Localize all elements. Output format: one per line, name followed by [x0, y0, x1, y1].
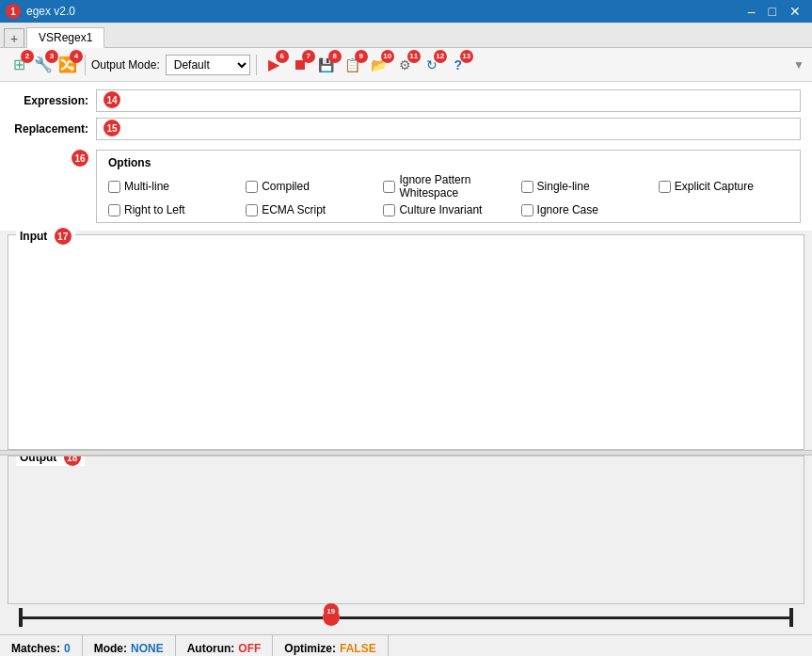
label-ignore-pattern-ws: Ignore Pattern Whitespace [399, 173, 513, 200]
input-textarea[interactable] [8, 235, 804, 449]
mode-value: NONE [131, 642, 164, 655]
replacement-row: Replacement: 15 [11, 118, 801, 140]
checkbox-culture-invariant[interactable] [383, 204, 395, 216]
expression-input[interactable] [96, 89, 801, 112]
checkbox-multiline[interactable] [108, 181, 120, 193]
toolbar-separator-2 [256, 55, 257, 75]
optimize-value: FALSE [340, 642, 376, 655]
checkbox-compiled[interactable] [246, 181, 258, 193]
matches-value: 0 [64, 642, 71, 655]
slider-right-cap [789, 608, 793, 627]
option-compiled: Compiled [246, 173, 375, 200]
input-panel: Input 17 [0, 231, 812, 450]
output-panel: Output 18 19 [0, 456, 812, 634]
output-legend: Output 18 [16, 456, 85, 466]
status-matches: Matches: 0 [8, 635, 83, 656]
checkbox-right-to-left[interactable] [108, 204, 120, 216]
options-title: Options [108, 156, 788, 169]
help-button[interactable]: ? 13 [447, 54, 470, 76]
mode-label: Mode: [94, 642, 127, 655]
output-mode-label: Output Mode: [91, 58, 160, 72]
badge-17: 17 [55, 228, 72, 245]
badge-15: 15 [103, 120, 120, 136]
slider-thumb[interactable]: 19 [323, 609, 340, 626]
label-ecma-script: ECMA Script [262, 203, 326, 216]
output-section-box: Output 18 [8, 456, 804, 604]
tab-label: VSRegex1 [39, 31, 92, 44]
content-area: Expression: 14 Replacement: 15 16 Option… [0, 82, 812, 634]
label-culture-invariant: Culture Invariant [399, 203, 482, 216]
toolbar-icon-btn-3[interactable]: 🔧 3 [32, 54, 55, 76]
badge-18: 18 [64, 456, 81, 466]
restore-button[interactable]: □ [763, 1, 782, 22]
save-button[interactable]: 💾 8 [315, 54, 338, 76]
toolbar-icon-btn-4[interactable]: 🔀 4 [56, 54, 79, 76]
title-bar: 1 egex v2.0 – □ ✕ [0, 0, 812, 23]
matches-label: Matches: [11, 642, 60, 655]
play-button[interactable]: ▶ 6 [263, 54, 285, 76]
option-ignore-pattern-ws: Ignore Pattern Whitespace [383, 173, 513, 200]
option-culture-invariant: Culture Invariant [383, 203, 513, 216]
minimize-button[interactable]: – [742, 1, 761, 22]
toolbar-left-icons: ⊞ 2 🔧 3 🔀 4 [8, 54, 79, 76]
options-grid: Multi-line Compiled Ignore Pattern White… [108, 173, 788, 216]
badge-16: 16 [72, 150, 88, 167]
save-all-button[interactable]: 📋 9 [342, 54, 364, 76]
label-ignore-case: Ignore Case [537, 203, 598, 216]
window-controls: – □ ✕ [742, 1, 806, 22]
output-mode-select[interactable]: Default Replace Split [166, 55, 250, 75]
app-title: egex v2.0 [26, 5, 75, 18]
options-section: Options Multi-line Compiled Ignore Patte… [96, 150, 801, 223]
expression-row: Expression: 14 [11, 89, 801, 112]
option-explicit-capture: Explicit Capture [659, 173, 788, 200]
tab-vsregex1[interactable]: VSRegex1 [26, 27, 104, 48]
option-multiline: Multi-line [108, 173, 238, 200]
input-legend: Input 17 [16, 228, 75, 245]
tab-bar: + VSRegex1 [0, 23, 812, 48]
app-icon: 1 [6, 4, 21, 19]
slider-row: 19 [8, 604, 804, 631]
replacement-input[interactable] [96, 118, 801, 140]
close-button[interactable]: ✕ [784, 1, 806, 22]
autorun-value: OFF [238, 642, 261, 655]
label-right-to-left: Right to Left [124, 203, 185, 216]
label-explicit-capture: Explicit Capture [675, 180, 754, 193]
output-content [8, 456, 804, 603]
status-autorun: Autorun: OFF [176, 635, 274, 656]
checkbox-ecma-script[interactable] [246, 204, 258, 216]
toolbar-separator-1 [85, 55, 86, 75]
status-mode: Mode: NONE [83, 635, 176, 656]
slider-track-right [340, 616, 789, 619]
autorun-label: Autorun: [187, 642, 235, 655]
checkbox-single-line[interactable] [521, 181, 533, 193]
checkbox-explicit-capture[interactable] [659, 181, 671, 193]
label-multiline: Multi-line [124, 180, 169, 193]
slider-track-left [23, 616, 323, 619]
label-single-line: Single-line [537, 180, 590, 193]
option-ecma-script: ECMA Script [246, 203, 375, 216]
badge-19: 19 [324, 603, 339, 618]
status-optimize: Optimize: FALSE [273, 635, 388, 656]
checkbox-ignore-case[interactable] [521, 204, 533, 216]
expression-label: Expression: [11, 94, 96, 107]
input-section-box: Input 17 [8, 234, 804, 450]
option-single-line: Single-line [521, 173, 651, 200]
refresh-button[interactable]: ↻ 12 [421, 54, 443, 76]
label-compiled: Compiled [262, 180, 310, 193]
toolbar: ⊞ 2 🔧 3 🔀 4 Output Mode: Default Replace… [0, 48, 812, 82]
open-button[interactable]: 📂 10 [368, 54, 390, 76]
toolbar-right: ▼ [793, 58, 804, 72]
option-right-to-left: Right to Left [108, 203, 238, 216]
add-tab-button[interactable]: + [4, 28, 24, 47]
settings-button[interactable]: ⚙ 11 [394, 54, 417, 76]
replacement-label: Replacement: [11, 122, 96, 136]
status-bar: Matches: 0 Mode: NONE Autorun: OFF Optim… [0, 634, 812, 656]
optimize-label: Optimize: [284, 642, 336, 655]
toolbar-icon-btn-2[interactable]: ⊞ 2 [8, 54, 30, 76]
stop-button[interactable]: ⏹ 7 [289, 54, 311, 76]
top-panel: Expression: 14 Replacement: 15 16 Option… [0, 82, 812, 231]
badge-14: 14 [103, 91, 120, 108]
option-ignore-case: Ignore Case [521, 203, 651, 216]
checkbox-ignore-pattern-ws[interactable] [383, 181, 395, 193]
